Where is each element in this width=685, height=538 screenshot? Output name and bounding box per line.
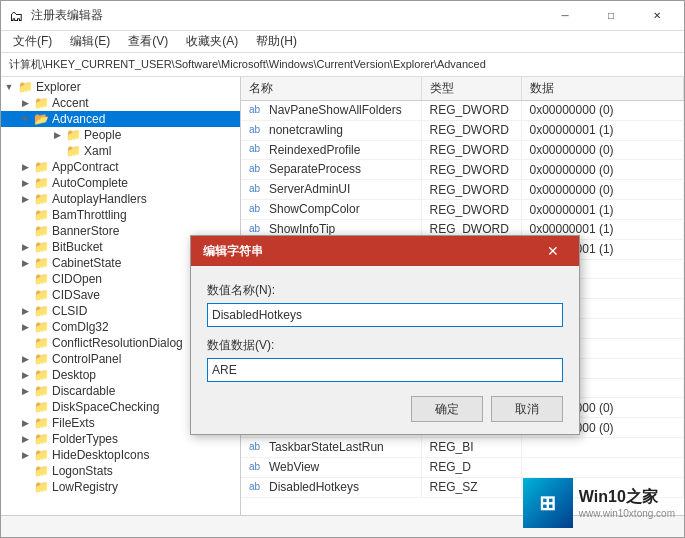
expand-icon: ▶ <box>17 258 33 268</box>
tree-label: HideDesktopIcons <box>52 448 240 462</box>
folder-icon: 📂 <box>33 112 49 126</box>
expand-icon: ▶ <box>17 178 33 188</box>
title-controls: ─ □ ✕ <box>542 1 680 31</box>
path-text: 计算机\HKEY_CURRENT_USER\Software\Microsoft… <box>9 57 486 72</box>
tree-item-logonstats[interactable]: 📁 LogonStats <box>1 463 240 479</box>
row-type: REG_DWORD <box>421 120 521 140</box>
row-type: REG_SZ <box>421 477 521 497</box>
folder-icon: 📁 <box>33 176 49 190</box>
row-type: REG_DWORD <box>421 160 521 180</box>
cancel-button[interactable]: 取消 <box>491 396 563 422</box>
table-row[interactable]: abServerAdminUI REG_DWORD 0x00000000 (0) <box>241 180 684 200</box>
folder-icon: 📁 <box>33 256 49 270</box>
close-button[interactable]: ✕ <box>634 1 680 31</box>
folder-icon: 📁 <box>33 288 49 302</box>
data-input[interactable] <box>207 358 563 382</box>
table-row[interactable]: abNavPaneShowAllFolders REG_DWORD 0x0000… <box>241 101 684 121</box>
folder-icon: 📁 <box>33 96 49 110</box>
table-row[interactable]: abSeparateProcess REG_DWORD 0x00000000 (… <box>241 160 684 180</box>
reg-dword-icon: ab <box>249 461 265 475</box>
maximize-button[interactable]: □ <box>588 1 634 31</box>
row-data <box>521 438 684 458</box>
folder-icon: 📁 <box>33 160 49 174</box>
row-type: REG_DWORD <box>421 180 521 200</box>
row-data <box>521 457 684 477</box>
tree-label: Xaml <box>84 144 240 158</box>
folder-icon: 📁 <box>33 416 49 430</box>
table-row[interactable]: abReindexedProfile REG_DWORD 0x00000000 … <box>241 140 684 160</box>
expand-icon: ▶ <box>17 306 33 316</box>
row-type: REG_DWORD <box>421 200 521 220</box>
menu-edit[interactable]: 编辑(E) <box>62 31 118 52</box>
tree-label: AppContract <box>52 160 240 174</box>
expand-icon: ▶ <box>17 162 33 172</box>
tree-item-people[interactable]: ▶ 📁 People <box>1 127 240 143</box>
name-input[interactable] <box>207 303 563 327</box>
reg-dword-icon: ab <box>249 183 265 197</box>
table-row[interactable]: abShowCompColor REG_DWORD 0x00000001 (1) <box>241 200 684 220</box>
tree-item-lowregistry[interactable]: 📁 LowRegistry <box>1 479 240 495</box>
expand-icon: ▶ <box>17 242 33 252</box>
tree-label: Advanced <box>52 112 240 126</box>
folder-icon: 📁 <box>33 480 49 494</box>
edit-string-dialog[interactable]: 编辑字符串 ✕ 数值名称(N): 数值数据(V): 确定 取消 <box>190 235 580 435</box>
table-row[interactable]: abWebView REG_D <box>241 457 684 477</box>
minimize-button[interactable]: ─ <box>542 1 588 31</box>
tree-item-autocomplete[interactable]: ▶ 📁 AutoComplete <box>1 175 240 191</box>
row-name: abnonetcrawling <box>241 120 421 140</box>
menu-help[interactable]: 帮助(H) <box>248 31 305 52</box>
table-row[interactable]: abTaskbarStateLastRun REG_BI <box>241 438 684 458</box>
folder-icon: 📁 <box>33 464 49 478</box>
folder-icon: 📁 <box>17 80 33 94</box>
expand-icon: ▼ <box>17 114 33 124</box>
tree-item-xaml[interactable]: 📁 Xaml <box>1 143 240 159</box>
folder-icon: 📁 <box>33 272 49 286</box>
row-name: abTaskbarStateLastRun <box>241 438 421 458</box>
row-name: abReindexedProfile <box>241 140 421 160</box>
tree-label: AutoComplete <box>52 176 240 190</box>
tree-item-explorer[interactable]: ▼ 📁 Explorer <box>1 79 240 95</box>
tree-item-appcontract[interactable]: ▶ 📁 AppContract <box>1 159 240 175</box>
menu-file[interactable]: 文件(F) <box>5 31 60 52</box>
expand-icon: ▶ <box>17 194 33 204</box>
row-name: abNavPaneShowAllFolders <box>241 101 421 121</box>
row-data: 0x00000000 (0) <box>521 140 684 160</box>
tree-label: LogonStats <box>52 464 240 478</box>
folder-icon: 📁 <box>33 240 49 254</box>
data-label: 数值数据(V): <box>207 337 563 354</box>
menu-favorites[interactable]: 收藏夹(A) <box>178 31 246 52</box>
row-name: abDisabledHotkeys <box>241 477 421 497</box>
dialog-title-bar: 编辑字符串 ✕ <box>191 236 579 266</box>
reg-dword-icon: ab <box>249 124 265 138</box>
dialog-body: 数值名称(N): 数值数据(V): 确定 取消 <box>191 266 579 434</box>
watermark-text-block: Win10之家 www.win10xtong.com <box>579 487 675 519</box>
reg-dword-icon: ab <box>249 163 265 177</box>
menu-view[interactable]: 查看(V) <box>120 31 176 52</box>
watermark-site-name: Win10之家 <box>579 487 675 508</box>
row-name: abSeparateProcess <box>241 160 421 180</box>
row-data: 0x00000000 (0) <box>521 180 684 200</box>
table-row[interactable]: abnonetcrawling REG_DWORD 0x00000001 (1) <box>241 120 684 140</box>
row-data: 0x00000001 (1) <box>521 200 684 220</box>
tree-item-accent[interactable]: ▶ 📁 Accent <box>1 95 240 111</box>
folder-icon: 📁 <box>33 320 49 334</box>
tree-item-hidedesktopicons[interactable]: ▶ 📁 HideDesktopIcons <box>1 447 240 463</box>
folder-icon: 📁 <box>33 432 49 446</box>
ok-button[interactable]: 确定 <box>411 396 483 422</box>
expand-icon: ▶ <box>17 386 33 396</box>
tree-item-bamthrottling[interactable]: 📁 BamThrottling <box>1 207 240 223</box>
folder-icon: 📁 <box>33 384 49 398</box>
tree-item-autoplayhandlers[interactable]: ▶ 📁 AutoplayHandlers <box>1 191 240 207</box>
folder-icon: 📁 <box>33 448 49 462</box>
dialog-buttons: 确定 取消 <box>207 392 563 422</box>
reg-binary-icon: ab <box>249 441 265 455</box>
menu-bar: 文件(F) 编辑(E) 查看(V) 收藏夹(A) 帮助(H) <box>1 31 684 53</box>
folder-icon: 📁 <box>33 336 49 350</box>
path-bar: 计算机\HKEY_CURRENT_USER\Software\Microsoft… <box>1 53 684 77</box>
dialog-close-button[interactable]: ✕ <box>531 236 575 266</box>
row-type: REG_D <box>421 457 521 477</box>
expand-icon: ▶ <box>17 370 33 380</box>
expand-icon: ▶ <box>49 130 65 140</box>
tree-item-advanced[interactable]: ▼ 📂 Advanced <box>1 111 240 127</box>
expand-icon: ▶ <box>17 322 33 332</box>
